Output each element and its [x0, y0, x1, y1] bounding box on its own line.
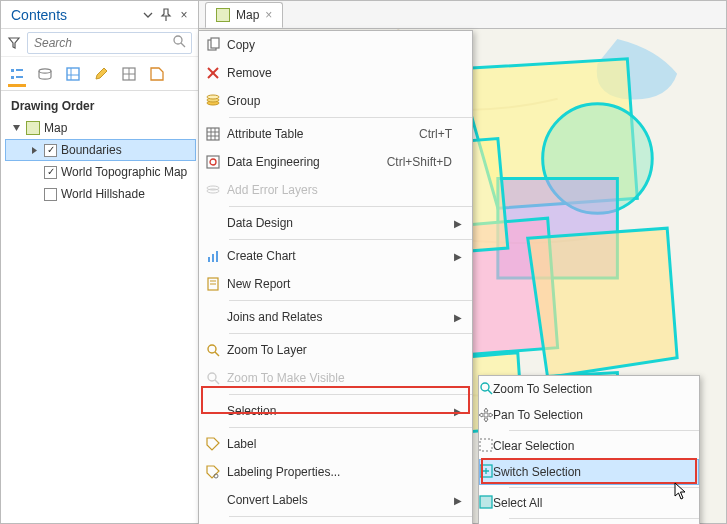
svg-line-52: [488, 390, 492, 394]
svg-rect-40: [216, 251, 218, 262]
search-input[interactable]: [27, 32, 192, 54]
svg-point-17: [39, 68, 51, 72]
layer-checkbox[interactable]: [44, 188, 57, 201]
list-by-editing-button[interactable]: [87, 60, 115, 88]
ctx-new-report[interactable]: New Report: [199, 270, 472, 298]
svg-point-46: [208, 373, 216, 381]
list-by-selection-button[interactable]: [59, 60, 87, 88]
error-layers-icon: [199, 183, 227, 197]
svg-point-44: [208, 345, 216, 353]
group-icon: [199, 94, 227, 108]
pan-selection-icon: [479, 407, 493, 424]
contents-header: Contents ×: [1, 1, 198, 29]
contents-toolbar: [1, 57, 198, 91]
tab-map[interactable]: Map ×: [205, 2, 283, 28]
tree-label: World Topographic Map: [61, 165, 187, 179]
tree-row-layer[interactable]: World Topographic Map: [5, 161, 196, 183]
chevron-right-icon: ▶: [454, 251, 462, 262]
list-by-snapping-button[interactable]: [115, 60, 143, 88]
sub-select-all[interactable]: Select All: [479, 490, 699, 516]
pin-icon[interactable]: [158, 7, 174, 23]
svg-line-12: [181, 43, 185, 47]
copy-icon: [199, 38, 227, 52]
sub-clear-selection[interactable]: Clear Selection: [479, 433, 699, 459]
chevron-right-icon: ▶: [454, 312, 462, 323]
ctx-convert-labels[interactable]: Convert Labels ▶: [199, 486, 472, 514]
ctx-add-error-layers: Add Error Layers: [199, 176, 472, 204]
contents-title: Contents: [11, 7, 138, 23]
table-icon: [199, 127, 227, 141]
tree-row-map[interactable]: Map: [5, 117, 196, 139]
ctx-data-design[interactable]: Data Design ▶: [199, 209, 472, 237]
tree-row-layer[interactable]: World Hillshade: [5, 183, 196, 205]
separator: [229, 427, 472, 428]
tree-row-layer[interactable]: Boundaries: [5, 139, 196, 161]
tree-label: Boundaries: [61, 143, 122, 157]
ctx-label[interactable]: Label: [199, 430, 472, 458]
expander-icon[interactable]: [10, 122, 22, 134]
svg-point-51: [481, 383, 489, 391]
selection-submenu: Zoom To Selection Pan To Selection Clear…: [478, 375, 700, 524]
separator: [229, 206, 472, 207]
ctx-data-engineering[interactable]: Data Engineering Ctrl+Shift+D: [199, 148, 472, 176]
separator: [509, 487, 699, 488]
svg-rect-39: [212, 254, 214, 262]
svg-rect-29: [207, 128, 219, 140]
ctx-remove[interactable]: Remove: [199, 59, 472, 87]
ctx-labeling-properties[interactable]: Labeling Properties...: [199, 458, 472, 486]
search-icon[interactable]: [172, 34, 186, 51]
tab-close-icon[interactable]: ×: [265, 8, 272, 22]
svg-point-35: [210, 159, 216, 165]
ctx-joins-relates[interactable]: Joins and Relates ▶: [199, 303, 472, 331]
separator: [229, 300, 472, 301]
ctx-copy[interactable]: Copy: [199, 31, 472, 59]
ctx-selection[interactable]: Selection ▶: [199, 397, 472, 425]
list-by-source-button[interactable]: [31, 60, 59, 88]
separator: [509, 518, 699, 519]
separator: [229, 239, 472, 240]
expander-icon[interactable]: [28, 144, 40, 156]
context-menu: Copy Remove Group Attribute Table Ctrl+T…: [198, 30, 473, 524]
svg-rect-38: [208, 257, 210, 262]
shortcut: Ctrl+T: [419, 127, 472, 141]
separator: [229, 394, 472, 395]
ctx-symbology[interactable]: Symbology: [199, 519, 472, 524]
zoom-layer-icon: [199, 343, 227, 357]
sub-pan-to-selection[interactable]: Pan To Selection: [479, 402, 699, 428]
svg-rect-13: [11, 69, 14, 72]
zoom-selection-icon: [479, 381, 493, 398]
ctx-attribute-table[interactable]: Attribute Table Ctrl+T: [199, 120, 472, 148]
list-by-labeling-button[interactable]: [143, 60, 171, 88]
svg-point-11: [174, 36, 182, 44]
layer-checkbox[interactable]: [44, 144, 57, 157]
chevron-right-icon: ▶: [454, 406, 462, 417]
panel-options-icon[interactable]: [140, 7, 156, 23]
close-icon[interactable]: ×: [176, 7, 192, 23]
filter-icon[interactable]: [7, 35, 21, 51]
separator: [229, 117, 472, 118]
svg-rect-23: [211, 38, 219, 48]
drawing-order-title: Drawing Order: [1, 91, 198, 117]
svg-point-28: [207, 95, 219, 99]
ctx-group[interactable]: Group: [199, 87, 472, 115]
ctx-create-chart[interactable]: Create Chart ▶: [199, 242, 472, 270]
svg-line-47: [215, 380, 219, 384]
svg-rect-53: [480, 439, 492, 451]
zoom-visible-icon: [199, 371, 227, 385]
ctx-zoom-to-layer[interactable]: Zoom To Layer: [199, 336, 472, 364]
sub-switch-selection[interactable]: Switch Selection: [479, 459, 699, 485]
shortcut: Ctrl+Shift+D: [387, 155, 472, 169]
svg-line-45: [215, 352, 219, 356]
sub-zoom-to-selection[interactable]: Zoom To Selection: [479, 376, 699, 402]
ctx-zoom-make-visible: Zoom To Make Visible: [199, 364, 472, 392]
label-icon: [199, 437, 227, 451]
map-icon: [26, 121, 40, 135]
chevron-right-icon: ▶: [454, 495, 462, 506]
layer-checkbox[interactable]: [44, 166, 57, 179]
chart-icon: [199, 249, 227, 263]
list-by-drawing-order-button[interactable]: [3, 60, 31, 88]
remove-icon: [199, 66, 227, 80]
separator: [229, 516, 472, 517]
select-all-icon: [479, 495, 493, 512]
switch-selection-icon: [479, 464, 493, 481]
